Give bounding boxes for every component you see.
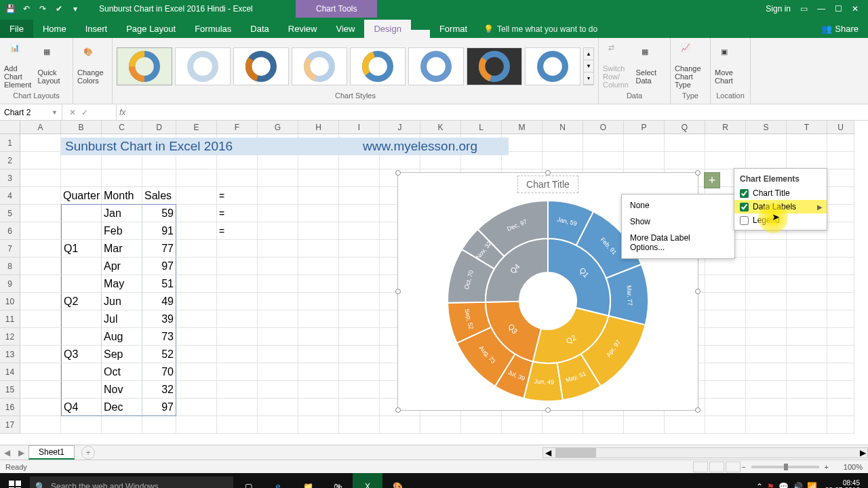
gallery-scroll[interactable]: ▲▼▾ [583,47,594,85]
name-box-dropdown-icon[interactable]: ▼ [52,109,58,116]
zoom-out-icon[interactable]: − [741,463,745,471]
col-G[interactable]: G [258,121,298,134]
cell[interactable] [20,258,61,275]
cell[interactable] [339,187,380,205]
volume-icon[interactable]: 🔊 [793,482,803,488]
cell[interactable] [20,416,61,434]
cell[interactable] [787,416,827,434]
cell[interactable] [583,152,624,169]
cell[interactable] [20,399,61,416]
cell[interactable] [502,416,542,434]
chart-style-2[interactable] [175,47,231,85]
cell[interactable] [176,399,217,416]
cell[interactable]: Nov [102,381,142,399]
cell[interactable] [298,346,339,363]
labels-none[interactable]: None [622,197,734,214]
cell[interactable] [746,152,787,169]
cell[interactable] [176,293,217,310]
cell[interactable] [20,222,61,240]
col-L[interactable]: L [461,121,502,134]
tell-me-search[interactable]: 💡 Tell me what you want to do [477,20,604,38]
chevron-right-icon[interactable]: ▶ [817,203,823,211]
col-F[interactable]: F [217,121,258,134]
add-sheet-button[interactable]: + [81,446,95,460]
cell[interactable] [258,310,298,328]
row-header-4[interactable]: 4 [0,187,20,205]
cell[interactable] [705,346,746,363]
labels-show[interactable]: Show [622,214,734,230]
cell[interactable] [420,416,461,434]
worksheet-grid[interactable]: A B C D E F G H I J K L M N O P Q R S T … [0,121,868,445]
cell[interactable] [61,258,102,275]
cell[interactable] [102,416,142,434]
cell[interactable]: 77 [142,240,176,258]
cell[interactable] [20,363,61,381]
cell[interactable] [746,293,787,310]
cell[interactable] [624,134,665,152]
save-icon[interactable]: 💾 [4,3,16,15]
file-explorer-icon[interactable]: 📁 [293,473,323,488]
signin-link[interactable]: Sign in [766,4,791,14]
ce-title-checkbox[interactable] [740,189,749,198]
cell[interactable]: 49 [142,293,176,310]
cell[interactable] [746,328,787,346]
col-S[interactable]: S [746,121,787,134]
cell[interactable] [787,363,827,381]
antivirus-icon[interactable]: ⚑ [767,482,774,488]
cell[interactable] [746,275,787,293]
cell[interactable] [176,328,217,346]
tab-formulas[interactable]: Formulas [185,20,241,38]
col-E[interactable]: E [176,121,217,134]
ce-labels-checkbox[interactable] [740,203,749,211]
cell[interactable] [542,134,583,152]
cell[interactable] [705,275,746,293]
ce-legend-checkbox[interactable] [740,216,749,225]
zoom-slider[interactable] [751,466,819,468]
cell[interactable] [61,328,102,346]
select-data-button[interactable]: ▦ Select Data [636,47,667,85]
cell[interactable] [258,328,298,346]
cell[interactable]: 59 [142,205,176,222]
cell[interactable] [176,205,217,222]
cell[interactable] [339,258,380,275]
cell[interactable] [746,134,787,152]
app-icon[interactable]: 🎨 [382,473,412,488]
col-Q[interactable]: Q [665,121,705,134]
tab-format[interactable]: Format [430,20,477,38]
redo-icon[interactable]: ↷ [37,3,49,15]
cell[interactable] [827,169,854,187]
chart-style-6[interactable] [408,47,464,85]
row-header-1[interactable]: 1 [0,134,20,152]
cell[interactable] [176,222,217,240]
cell[interactable]: Q2 [61,293,102,310]
cell[interactable] [61,416,102,434]
cell[interactable] [217,293,258,310]
cell[interactable]: Quarter [61,187,102,205]
cell[interactable] [787,293,827,310]
cell[interactable] [624,416,665,434]
cell[interactable] [258,416,298,434]
row-header-15[interactable]: 15 [0,381,20,399]
cell[interactable]: = [217,187,258,205]
tab-page-layout[interactable]: Page Layout [117,20,185,38]
cell[interactable] [380,416,420,434]
col-K[interactable]: K [420,121,461,134]
ce-legend[interactable]: Legend [734,214,827,227]
cell[interactable] [258,187,298,205]
cell[interactable] [298,222,339,240]
cell[interactable]: Q1 [61,240,102,258]
cell[interactable] [827,310,854,328]
row-header-10[interactable]: 10 [0,293,20,310]
chart-style-8[interactable] [525,47,580,85]
cell[interactable] [176,187,217,205]
cell[interactable]: Q3 [61,346,102,363]
chart-style-4[interactable] [292,47,347,85]
cell[interactable] [298,328,339,346]
col-U[interactable]: U [827,121,854,134]
cell[interactable] [339,363,380,381]
col-T[interactable]: T [787,121,827,134]
cell[interactable] [787,328,827,346]
cell[interactable] [787,275,827,293]
cell[interactable] [217,258,258,275]
cancel-formula-icon[interactable]: ✕ [69,108,76,117]
